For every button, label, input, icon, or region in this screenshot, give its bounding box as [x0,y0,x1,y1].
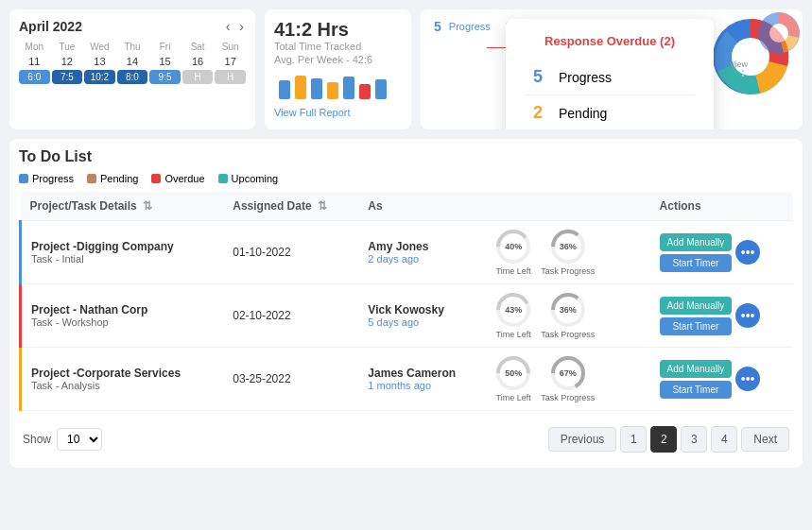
view-label: View [730,60,748,69]
time-tracker-widget: 41:2 Hrs Total Time Tracked Avg. Per Wee… [265,9,411,129]
task-details-2: Project - Nathan Corp Task - Workshop [21,284,224,348]
next-button[interactable]: Next [741,427,789,452]
action-buttons-3: Add Manually Start Timer ••• [650,348,793,411]
col-actions: Actions [650,192,793,221]
task-table: Project/Task Details ⇅ Assigned Date ⇅ A… [19,192,793,411]
show-control: Show 10 25 50 [23,428,102,451]
circles-2: 43% Time Left 36% [486,284,628,348]
day-12[interactable]: 12 7:5 [52,56,83,84]
previous-button[interactable]: Previous [548,427,617,452]
legend-bar: Progress Pending Overdue Upcoming [19,173,793,184]
day-label-thu: Thu [117,42,148,52]
page-3-button[interactable]: 3 [681,426,707,453]
task-progress-circle-1: 36% Task Progress [541,229,595,276]
mini-bar-chart [274,71,397,99]
col-time-left [486,192,628,221]
task-progress-circle-2: 36% Task Progress [541,292,595,339]
table-header: Project/Task Details ⇅ Assigned Date ⇅ A… [21,192,794,221]
svg-rect-2 [311,78,322,99]
actions-3 [628,348,650,411]
assignee-2: Vick Kowosky 5 days ago [358,284,486,348]
calendar-prev-button[interactable]: ‹ [224,19,233,34]
action-buttons-1: Add Manually Start Timer ••• [650,221,793,284]
day-label-sat: Sat [182,42,214,52]
svg-rect-4 [343,77,354,99]
action-buttons-2: Add Manually Start Timer ••• [650,284,793,348]
stat-row-pending: 2 Pending [525,95,695,129]
col-task-progress [628,192,650,221]
page-2-button[interactable]: 2 [650,426,677,453]
time-left-circle-3: 50% Time Left [495,355,531,402]
more-options-button-1[interactable]: ••• [735,240,760,265]
show-label: Show [23,433,51,446]
svg-rect-1 [295,76,306,99]
day-13[interactable]: 13 10:2 [84,56,115,84]
add-manually-button-1[interactable]: Add Manually [660,233,733,251]
calendar-days-header: Mon Tue Wed Thu Fri Sat Sun [19,42,246,52]
calendar-next-button[interactable]: › [237,19,246,34]
svg-rect-0 [279,80,290,99]
calendar-nav: ‹ › [224,19,246,34]
table-row: Project - Nathan Corp Task - Workshop 02… [21,284,794,348]
assigned-date-2: 02-10-2022 [223,284,358,348]
page-1-button[interactable]: 1 [620,426,647,453]
assigned-date-1: 01-10-2022 [223,221,358,284]
main-container: April 2022 ‹ › Mon Tue Wed Thu Fri Sat S… [0,0,812,530]
time-label-avg: Avg. Per Week - 42:6 [274,54,402,65]
chart-area: 5 Progress 2 Pending Respons [421,9,803,129]
todo-title: To Do List [19,148,793,165]
day-14[interactable]: 14 8:0 [117,56,148,84]
time-left-circle-2: 43% Time Left [495,292,531,339]
more-options-button-2[interactable]: ••• [735,303,760,328]
start-timer-button-3[interactable]: Start Timer [660,381,733,399]
start-timer-button-2[interactable]: Start Timer [660,317,733,335]
table-section: To Do List Progress Pending Overdue Upco… [9,139,803,468]
add-manually-button-3[interactable]: Add Manually [660,360,733,378]
show-select[interactable]: 10 25 50 [57,428,102,451]
task-progress-circle-3: 67% Task Progress [541,355,595,402]
calendar-title: April 2022 [19,19,82,34]
calendar-widget: April 2022 ‹ › Mon Tue Wed Thu Fri Sat S… [9,9,255,129]
tooltip-connector [487,47,506,48]
pagination-bar: Show 10 25 50 Previous 1 2 3 4 Next [19,420,793,458]
legend-upcoming: Upcoming [218,173,279,184]
svg-point-10 [769,24,788,43]
circles-3: 50% Time Left 67% [486,348,628,411]
svg-rect-3 [327,82,338,99]
svg-rect-6 [375,79,387,99]
task-details-1: Project -Digging Company Task - Intial [21,221,224,284]
page-4-button[interactable]: 4 [711,426,737,453]
view-full-report-link[interactable]: View Full Report [274,107,351,118]
day-label-sun: Sun [215,42,246,52]
col-project[interactable]: Project/Task Details ⇅ [21,192,224,221]
add-manually-button-2[interactable]: Add Manually [660,297,733,315]
task-details-3: Project -Corporate Services Task - Analy… [21,348,224,411]
calendar-header: April 2022 ‹ › [19,19,246,34]
day-17[interactable]: 17 H [215,56,246,84]
legend-pending: Pending [87,173,138,184]
page-controls: Previous 1 2 3 4 Next [548,426,789,453]
svg-rect-5 [359,84,371,99]
time-hours: 41:2 Hrs [274,19,402,41]
day-11[interactable]: 11 6:0 [19,56,50,84]
day-16[interactable]: 16 H [182,56,214,84]
actions-1 [628,221,650,284]
day-label-tue: Tue [52,42,83,52]
tooltip-title: Response Overdue (2) [525,34,695,48]
col-assigned-date[interactable]: Assigned Date ⇅ [223,192,358,221]
start-timer-button-1[interactable]: Start Timer [660,254,733,272]
actions-2 [628,284,650,348]
mini-pie-top-right [755,9,803,57]
calendar-days: 11 6:0 12 7:5 13 10:2 14 8:0 15 9:5 [19,56,246,84]
more-options-button-3[interactable]: ••• [735,367,760,391]
day-15[interactable]: 15 9:5 [149,56,181,84]
legend-progress: Progress [19,173,74,184]
response-overdue-tooltip: Response Overdue (2) 5 Progress 2 Pendin… [506,19,714,129]
table-row: Project -Corporate Services Task - Analy… [21,348,794,411]
assigned-date-3: 03-25-2022 [223,348,358,411]
circles-1: 40% Time Left 36% [486,221,628,284]
table-row: Project -Digging Company Task - Intial 0… [21,221,794,284]
stat-progress: 5 Progress [434,19,491,34]
top-section: April 2022 ‹ › Mon Tue Wed Thu Fri Sat S… [9,9,803,129]
time-label-total: Total Time Tracked [274,41,402,52]
